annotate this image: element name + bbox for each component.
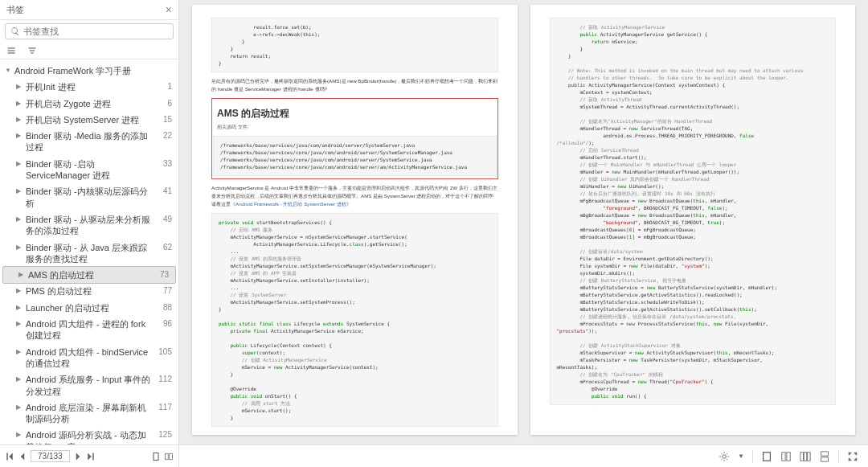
- outline-page: 1: [151, 81, 172, 91]
- outline-page: 117: [151, 402, 172, 412]
- outline-tree[interactable]: ▼Android FrameWork 学习手册▶开机Init 进程1▶开机启动 …: [0, 59, 178, 467]
- outline-item[interactable]: ▶AMS 的启动过程73: [2, 266, 176, 284]
- view-facing-icon[interactable]: [164, 452, 174, 461]
- outline-label: Binder 驱动 - 从 Java 层来跟踪服务的查找过程: [26, 242, 151, 265]
- outline-page: 88: [151, 302, 172, 312]
- outline-item[interactable]: ▼Android FrameWork 学习手册: [0, 63, 178, 79]
- pager: 73/133: [0, 444, 178, 467]
- outline-item[interactable]: ▶Android 系统服务 - Input 事件的分发过程112: [0, 371, 178, 399]
- svg-rect-0: [154, 453, 158, 460]
- heading-ams: AMS 的启动过程: [214, 107, 496, 121]
- toggle-icon[interactable]: ▶: [16, 114, 26, 123]
- svg-rect-2: [170, 453, 173, 460]
- toggle-icon[interactable]: ▶: [16, 374, 26, 383]
- toggle-icon[interactable]: ▶: [16, 402, 26, 411]
- bookmark-search[interactable]: [5, 23, 174, 39]
- outline-label: Binder 驱动 -启动 ServiceManager 进程: [26, 158, 151, 182]
- sidebar-title: 书签: [6, 4, 24, 16]
- last-page-icon[interactable]: [86, 452, 96, 461]
- search-input[interactable]: [23, 27, 168, 36]
- outline-page: 22: [151, 130, 172, 140]
- toggle-icon[interactable]: ▶: [16, 158, 26, 167]
- svg-rect-11: [821, 457, 829, 461]
- outline-page: 15: [151, 114, 172, 124]
- toggle-icon[interactable]: ▶: [16, 214, 26, 223]
- outline-item[interactable]: ▶Binder 驱动 -内核驱动层源码分析41: [0, 183, 178, 211]
- outline-page: 73: [148, 269, 169, 279]
- outline-page: [151, 65, 172, 66]
- expand-all-icon[interactable]: [6, 46, 16, 55]
- page-right: // 获取 ActivityManagerService public Acti…: [530, 5, 856, 435]
- highlight-box: AMS 的启动过程 相关源码 文件: /frameworks/base/serv…: [211, 98, 498, 179]
- page-viewport[interactable]: result.force_set(b); e->refs->decWeak(th…: [179, 0, 868, 467]
- toggle-icon[interactable]: ▶: [16, 302, 26, 311]
- outline-item[interactable]: ▶Android 四大组件 - 进程的 fork 创建过程96: [0, 316, 178, 344]
- outline-label: Android 四大组件 - bindService 的通信过程: [26, 346, 151, 370]
- toggle-icon[interactable]: ▶: [16, 242, 26, 251]
- brightness-dropdown-icon[interactable]: ▼: [738, 453, 744, 460]
- toggle-icon[interactable]: ▶: [16, 285, 26, 294]
- outline-item[interactable]: ▶开机启动 Zygote 进程6: [0, 96, 178, 112]
- view-mode-1-icon[interactable]: [761, 451, 772, 462]
- outline-label: Binder 驱动 - 从驱动层来分析服务的添加过程: [26, 214, 151, 237]
- toggle-icon[interactable]: ▶: [16, 318, 26, 327]
- toggle-icon[interactable]: ▼: [5, 65, 14, 74]
- outline-item[interactable]: ▶Binder 驱动 -Media 服务的添加过程22: [0, 128, 178, 156]
- page-input[interactable]: 73/133: [31, 450, 70, 462]
- svg-point-3: [723, 454, 727, 458]
- outline-page: 62: [151, 242, 172, 252]
- view-mode-scroll-icon[interactable]: [819, 451, 830, 462]
- outline-item[interactable]: ▶Launcher 的启动过程88: [0, 300, 178, 316]
- toggle-icon[interactable]: ▶: [16, 130, 26, 139]
- search-icon: [10, 27, 20, 36]
- toggle-icon[interactable]: ▶: [18, 269, 28, 278]
- outline-page: 6: [151, 98, 172, 108]
- outline-label: AMS 的启动过程: [28, 269, 148, 281]
- toggle-icon[interactable]: ▶: [16, 346, 26, 355]
- outline-page: 41: [151, 186, 172, 195]
- svg-rect-8: [804, 452, 807, 461]
- collapse-all-icon[interactable]: [27, 46, 37, 55]
- outline-page: 112: [151, 374, 172, 383]
- outline-item[interactable]: ▶开机启动 SystemServer 进程15: [0, 112, 178, 128]
- code-block: result.force_set(b); e->refs->decWeak(th…: [211, 18, 498, 72]
- outline-page: 105: [151, 346, 172, 356]
- fullscreen-icon[interactable]: [847, 451, 858, 462]
- outline-item[interactable]: ▶PMS 的启动过程77: [0, 283, 178, 299]
- outline-item[interactable]: ▶Binder 驱动 - 从 Java 层来跟踪服务的查找过程62: [0, 240, 178, 268]
- outline-item[interactable]: ▶Android 底层渲染 - 屏幕刷新机制源码分析117: [0, 399, 178, 428]
- next-page-icon[interactable]: [73, 452, 83, 461]
- outline-label: Android 底层渲染 - 屏幕刷新机制源码分析: [26, 402, 151, 425]
- outline-item[interactable]: ▶Binder 驱动 -启动 ServiceManager 进程33: [0, 156, 178, 184]
- toggle-icon[interactable]: ▶: [16, 98, 26, 107]
- view-mode-3-icon[interactable]: [800, 451, 811, 462]
- outline-label: Binder 驱动 -Media 服务的添加过程: [26, 130, 151, 154]
- svg-rect-6: [787, 452, 790, 461]
- outline-page: 77: [151, 285, 172, 295]
- hyperlink[interactable]: Android Framework - 开机启动 SystemServer 进程: [235, 201, 346, 207]
- outline-label: Binder 驱动 -内核驱动层源码分析: [26, 186, 151, 209]
- toggle-icon[interactable]: ▶: [16, 81, 26, 90]
- svg-rect-9: [808, 452, 811, 461]
- close-sidebar-icon[interactable]: ×: [166, 3, 172, 16]
- view-single-icon[interactable]: [151, 452, 161, 461]
- paragraph: ActivityManagerService 是 Android 中非常重要的一…: [211, 184, 498, 208]
- outline-label: Android FrameWork 学习手册: [14, 65, 151, 76]
- toggle-icon[interactable]: ▶: [16, 429, 26, 438]
- outline-item[interactable]: ▶Android 四大组件 - bindService 的通信过程105: [0, 344, 178, 372]
- outline-page: 49: [151, 214, 172, 223]
- sidebar-toolbar: [0, 43, 178, 59]
- outline-page: 33: [151, 158, 172, 168]
- outline-page: 96: [151, 318, 172, 328]
- bottom-toolbar: ▼: [179, 444, 868, 467]
- svg-rect-7: [800, 452, 804, 461]
- brightness-icon[interactable]: [719, 451, 730, 462]
- first-page-icon[interactable]: [5, 452, 14, 461]
- view-mode-2-icon[interactable]: [780, 451, 792, 462]
- prev-page-icon[interactable]: [18, 452, 27, 461]
- outline-label: Launcher 的启动过程: [26, 302, 151, 313]
- outline-item[interactable]: ▶开机Init 进程1: [0, 79, 178, 95]
- outline-item[interactable]: ▶Binder 驱动 - 从驱动层来分析服务的添加过程49: [0, 211, 178, 240]
- code-block: /frameworks/base/services/java/com/andro…: [213, 136, 497, 176]
- toggle-icon[interactable]: ▶: [16, 186, 26, 195]
